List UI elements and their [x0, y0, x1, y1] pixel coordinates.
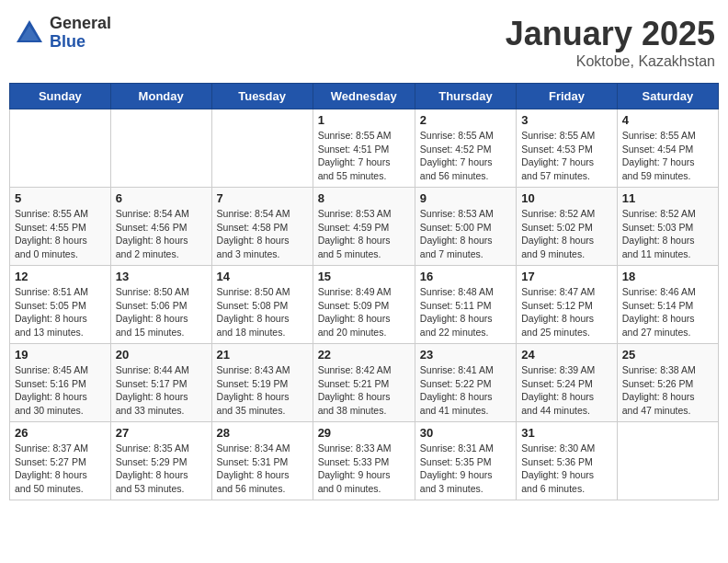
day-cell: 29Sunrise: 8:33 AM Sunset: 5:33 PM Dayli… — [313, 422, 415, 500]
month-title: January 2025 — [506, 15, 715, 53]
day-cell: 31Sunrise: 8:30 AM Sunset: 5:36 PM Dayli… — [517, 422, 618, 500]
day-info: Sunrise: 8:53 AM Sunset: 4:59 PM Dayligh… — [318, 207, 410, 261]
weekday-header-monday: Monday — [110, 84, 211, 109]
day-cell: 30Sunrise: 8:31 AM Sunset: 5:35 PM Dayli… — [415, 422, 516, 500]
day-cell: 14Sunrise: 8:50 AM Sunset: 5:08 PM Dayli… — [211, 266, 313, 344]
day-info: Sunrise: 8:52 AM Sunset: 5:02 PM Dayligh… — [521, 207, 612, 261]
day-number: 3 — [521, 113, 612, 127]
weekday-header-row: SundayMondayTuesdayWednesdayThursdayFrid… — [10, 84, 719, 109]
weekday-header-saturday: Saturday — [617, 84, 718, 109]
day-cell: 11Sunrise: 8:52 AM Sunset: 5:03 PM Dayli… — [617, 188, 718, 266]
title-area: January 2025 Koktobe, Kazakhstan — [506, 15, 715, 70]
day-info: Sunrise: 8:50 AM Sunset: 5:06 PM Dayligh… — [116, 285, 207, 339]
day-number: 21 — [217, 348, 308, 362]
weekday-header-tuesday: Tuesday — [211, 84, 313, 109]
day-cell: 22Sunrise: 8:42 AM Sunset: 5:21 PM Dayli… — [313, 344, 415, 422]
day-info: Sunrise: 8:44 AM Sunset: 5:17 PM Dayligh… — [116, 363, 207, 418]
weekday-header-friday: Friday — [517, 84, 618, 109]
page-header: General Blue January 2025 Koktobe, Kazak… — [9, 9, 719, 75]
day-info: Sunrise: 8:53 AM Sunset: 5:00 PM Dayligh… — [420, 207, 511, 261]
day-number: 13 — [116, 270, 207, 283]
day-cell: 18Sunrise: 8:46 AM Sunset: 5:14 PM Dayli… — [617, 266, 718, 344]
day-info: Sunrise: 8:55 AM Sunset: 4:52 PM Dayligh… — [420, 129, 511, 183]
day-cell: 21Sunrise: 8:43 AM Sunset: 5:19 PM Dayli… — [211, 344, 313, 422]
day-cell: 8Sunrise: 8:53 AM Sunset: 4:59 PM Daylig… — [313, 188, 415, 266]
day-info: Sunrise: 8:39 AM Sunset: 5:24 PM Dayligh… — [521, 363, 612, 418]
day-info: Sunrise: 8:46 AM Sunset: 5:14 PM Dayligh… — [622, 285, 713, 339]
day-number: 1 — [318, 113, 410, 127]
day-number: 26 — [15, 426, 106, 440]
day-cell: 15Sunrise: 8:49 AM Sunset: 5:09 PM Dayli… — [313, 266, 415, 344]
day-number: 20 — [116, 348, 207, 362]
day-info: Sunrise: 8:38 AM Sunset: 5:26 PM Dayligh… — [622, 363, 713, 418]
day-number: 28 — [217, 426, 308, 440]
day-info: Sunrise: 8:42 AM Sunset: 5:21 PM Dayligh… — [318, 363, 410, 418]
day-number: 15 — [318, 270, 410, 283]
day-cell: 28Sunrise: 8:34 AM Sunset: 5:31 PM Dayli… — [211, 422, 313, 500]
day-info: Sunrise: 8:50 AM Sunset: 5:08 PM Dayligh… — [217, 285, 308, 339]
logo-blue: Blue — [50, 33, 111, 52]
day-info: Sunrise: 8:51 AM Sunset: 5:05 PM Dayligh… — [15, 285, 106, 339]
day-number: 31 — [521, 426, 612, 440]
day-number: 19 — [15, 348, 106, 362]
day-number: 7 — [217, 191, 308, 205]
day-number: 17 — [521, 270, 612, 283]
day-number: 22 — [318, 348, 410, 362]
day-number: 9 — [420, 191, 511, 205]
day-cell: 7Sunrise: 8:54 AM Sunset: 4:58 PM Daylig… — [211, 188, 313, 266]
day-info: Sunrise: 8:31 AM Sunset: 5:35 PM Dayligh… — [420, 442, 511, 496]
day-cell — [10, 109, 111, 188]
day-info: Sunrise: 8:54 AM Sunset: 4:56 PM Dayligh… — [116, 207, 207, 261]
day-cell: 27Sunrise: 8:35 AM Sunset: 5:29 PM Dayli… — [110, 422, 211, 500]
weekday-header-sunday: Sunday — [10, 84, 111, 109]
day-number: 8 — [318, 191, 410, 205]
day-info: Sunrise: 8:41 AM Sunset: 5:22 PM Dayligh… — [420, 363, 511, 418]
day-cell: 6Sunrise: 8:54 AM Sunset: 4:56 PM Daylig… — [110, 188, 211, 266]
day-info: Sunrise: 8:34 AM Sunset: 5:31 PM Dayligh… — [217, 442, 308, 496]
day-cell — [617, 422, 718, 500]
day-number: 24 — [521, 348, 612, 362]
day-cell — [110, 109, 211, 188]
day-number: 4 — [622, 113, 713, 127]
week-row-5: 26Sunrise: 8:37 AM Sunset: 5:27 PM Dayli… — [10, 422, 719, 500]
day-cell: 4Sunrise: 8:55 AM Sunset: 4:54 PM Daylig… — [617, 109, 718, 188]
day-cell: 19Sunrise: 8:45 AM Sunset: 5:16 PM Dayli… — [10, 344, 111, 422]
day-number: 5 — [15, 191, 106, 205]
day-number: 25 — [622, 348, 713, 362]
day-cell: 17Sunrise: 8:47 AM Sunset: 5:12 PM Dayli… — [517, 266, 618, 344]
week-row-4: 19Sunrise: 8:45 AM Sunset: 5:16 PM Dayli… — [10, 344, 719, 422]
day-cell: 20Sunrise: 8:44 AM Sunset: 5:17 PM Dayli… — [110, 344, 211, 422]
day-number: 10 — [521, 191, 612, 205]
day-info: Sunrise: 8:55 AM Sunset: 4:55 PM Dayligh… — [15, 207, 106, 261]
logo-icon — [13, 17, 46, 50]
logo-general: General — [50, 15, 111, 33]
day-info: Sunrise: 8:45 AM Sunset: 5:16 PM Dayligh… — [15, 363, 106, 418]
day-info: Sunrise: 8:49 AM Sunset: 5:09 PM Dayligh… — [318, 285, 410, 339]
day-cell: 12Sunrise: 8:51 AM Sunset: 5:05 PM Dayli… — [10, 266, 111, 344]
day-cell: 16Sunrise: 8:48 AM Sunset: 5:11 PM Dayli… — [415, 266, 516, 344]
day-info: Sunrise: 8:35 AM Sunset: 5:29 PM Dayligh… — [116, 442, 207, 496]
location: Koktobe, Kazakhstan — [506, 53, 715, 70]
day-info: Sunrise: 8:48 AM Sunset: 5:11 PM Dayligh… — [420, 285, 511, 339]
day-cell: 3Sunrise: 8:55 AM Sunset: 4:53 PM Daylig… — [517, 109, 618, 188]
day-info: Sunrise: 8:55 AM Sunset: 4:54 PM Dayligh… — [622, 129, 713, 183]
day-info: Sunrise: 8:54 AM Sunset: 4:58 PM Dayligh… — [217, 207, 308, 261]
day-number: 29 — [318, 426, 410, 440]
day-cell: 1Sunrise: 8:55 AM Sunset: 4:51 PM Daylig… — [313, 109, 415, 188]
calendar: SundayMondayTuesdayWednesdayThursdayFrid… — [9, 83, 719, 500]
day-cell: 23Sunrise: 8:41 AM Sunset: 5:22 PM Dayli… — [415, 344, 516, 422]
day-cell: 26Sunrise: 8:37 AM Sunset: 5:27 PM Dayli… — [10, 422, 111, 500]
weekday-header-wednesday: Wednesday — [313, 84, 415, 109]
day-number: 16 — [420, 270, 511, 283]
weekday-header-thursday: Thursday — [415, 84, 516, 109]
day-cell — [211, 109, 313, 188]
day-info: Sunrise: 8:55 AM Sunset: 4:53 PM Dayligh… — [521, 129, 612, 183]
day-cell: 10Sunrise: 8:52 AM Sunset: 5:02 PM Dayli… — [517, 188, 618, 266]
day-info: Sunrise: 8:43 AM Sunset: 5:19 PM Dayligh… — [217, 363, 308, 418]
day-cell: 24Sunrise: 8:39 AM Sunset: 5:24 PM Dayli… — [517, 344, 618, 422]
day-info: Sunrise: 8:47 AM Sunset: 5:12 PM Dayligh… — [521, 285, 612, 339]
day-number: 18 — [622, 270, 713, 283]
day-cell: 25Sunrise: 8:38 AM Sunset: 5:26 PM Dayli… — [617, 344, 718, 422]
day-cell: 2Sunrise: 8:55 AM Sunset: 4:52 PM Daylig… — [415, 109, 516, 188]
day-number: 6 — [116, 191, 207, 205]
